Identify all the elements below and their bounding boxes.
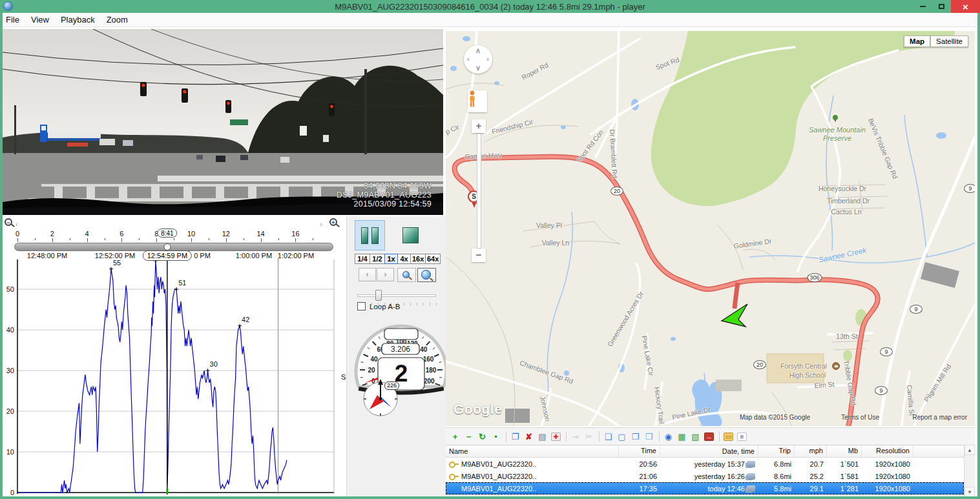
chart-zoom-slider-track[interactable] xyxy=(357,294,436,297)
menu-view[interactable]: View xyxy=(25,14,55,26)
minimize-icon xyxy=(920,6,926,7)
svg-text:200: 200 xyxy=(424,378,435,385)
map-pan-control[interactable]: ‹ › ∧ ∨ xyxy=(464,45,492,74)
player-window: M9ABV01_AUG22320150309084616_0034 (2) to… xyxy=(0,0,980,499)
map-label: Valley Ln xyxy=(542,239,569,247)
google-earth-icon[interactable]: ◉ xyxy=(662,431,674,442)
maximize-button[interactable] xyxy=(932,0,951,13)
stop-button[interactable] xyxy=(402,227,419,243)
loop-ab-checkbox[interactable] xyxy=(357,302,366,311)
column-header-resolution[interactable]: Resolution xyxy=(862,445,913,457)
pegman-control[interactable] xyxy=(468,90,487,112)
menu-playback[interactable]: Playback xyxy=(55,14,101,26)
menu-zoom[interactable]: Zoom xyxy=(101,14,134,26)
svg-text:10: 10 xyxy=(6,448,14,456)
pan-down-icon[interactable]: ∨ xyxy=(475,64,481,72)
column-header-name[interactable]: Name xyxy=(446,445,619,457)
video-segment-icon[interactable]: ↔ xyxy=(703,431,715,442)
add-icon[interactable]: + xyxy=(449,431,461,442)
map-label: Timberland Dr xyxy=(827,197,870,205)
pause-button[interactable] xyxy=(355,220,385,250)
camera-icon xyxy=(747,473,755,480)
next-file-button[interactable]: › xyxy=(377,268,394,281)
copy-icon[interactable]: ❐ xyxy=(509,431,521,442)
timeline-zoom-in-icon[interactable]: + xyxy=(329,218,337,226)
peak-label: 55 xyxy=(113,259,121,267)
map-panel[interactable]: Roper RdSpot RdSpot Rd ConDr Bramblett R… xyxy=(446,31,975,426)
more-dot-icon[interactable]: • xyxy=(490,431,502,442)
route-shield-9: 9 xyxy=(964,184,975,193)
scroll-right-arrow[interactable]: › xyxy=(320,220,322,228)
minimize-button[interactable] xyxy=(913,0,932,13)
timeline-slider-thumb[interactable] xyxy=(163,243,171,250)
speed-1x[interactable]: 1x xyxy=(384,254,398,264)
file-table: NameTimeDate, timeTripmphMbResolution M9… xyxy=(446,445,964,497)
speed-1-2[interactable]: 1/2 xyxy=(370,254,385,264)
file-table-scrollbar[interactable]: ▲ ▼ xyxy=(964,445,975,497)
add-frame-icon[interactable]: ❑ xyxy=(602,431,614,442)
folder-icon[interactable]: ▭ xyxy=(722,431,735,442)
speed-4x[interactable]: 4x xyxy=(397,254,411,264)
column-header-trip[interactable]: Trip xyxy=(758,445,795,457)
map-label: Forsyth Central xyxy=(780,362,827,370)
scroll-left-arrow[interactable]: ‹ xyxy=(16,220,18,228)
video-panel[interactable]: 34.223N 84.155W DSJ_M9ABV01_AUG223 2015/… xyxy=(3,29,443,215)
delete-icon[interactable]: ✘ xyxy=(523,431,535,442)
file-row[interactable]: M9ABV01_AUG22320.. 17:35 today 12:46 5.8… xyxy=(446,482,964,494)
column-header-mb[interactable]: Mb xyxy=(827,445,862,457)
save-icon[interactable]: ▤ xyxy=(536,431,548,442)
terms-of-use-link[interactable]: Terms of Use xyxy=(841,414,879,421)
chart-zoom-in-button[interactable] xyxy=(417,268,436,282)
speed-1-4[interactable]: 1/4 xyxy=(355,254,370,264)
school-icon xyxy=(832,362,840,370)
prev-file-button[interactable]: ‹ xyxy=(359,268,376,281)
select-frame-icon[interactable]: ▢ xyxy=(616,431,628,442)
map-import-icon[interactable]: ▧ xyxy=(689,431,702,442)
window-border-bottom xyxy=(0,496,980,499)
remove-icon[interactable]: − xyxy=(463,431,475,442)
timeline-zoom-out-icon[interactable]: − xyxy=(5,218,12,226)
timeline-panel: − ‹ › + 0246810121416 8:41 12:48:00 PM12… xyxy=(3,215,346,258)
route-shield-20: 20 xyxy=(753,360,766,369)
pan-left-icon[interactable]: ‹ xyxy=(467,55,470,63)
pegman-icon xyxy=(468,90,477,107)
column-header-date-time[interactable]: Date, time xyxy=(660,445,758,457)
map-label: 13th St xyxy=(836,332,857,340)
copy-frames-icon[interactable]: ❒ xyxy=(629,431,641,442)
svg-text:40: 40 xyxy=(370,356,378,363)
map-label: High School xyxy=(789,371,826,379)
chart-zoom-slider-thumb[interactable] xyxy=(375,290,382,301)
chart-zoom-out-button[interactable] xyxy=(397,268,416,282)
maximize-icon xyxy=(939,4,944,9)
satellite-view-button[interactable]: Satellite xyxy=(930,36,968,47)
map-export-icon[interactable]: ▦ xyxy=(676,431,688,442)
series-label: S xyxy=(341,373,346,381)
map-view-button[interactable]: Map xyxy=(904,36,930,47)
file-row[interactable]: M9ABV01_AUG22320.. 20:56 yesterday 15:37… xyxy=(446,458,964,470)
refresh-icon[interactable]: ↻ xyxy=(476,431,488,442)
log-icon[interactable]: ≡ xyxy=(736,431,748,442)
peak-label: 51 xyxy=(178,279,186,287)
map-zoom-in-button[interactable]: + xyxy=(472,119,486,133)
menu-file[interactable]: File xyxy=(0,14,25,26)
camera-icon xyxy=(747,485,755,492)
speed-chart[interactable]: 010203040505557513042S xyxy=(3,258,346,496)
map-zoom-slider[interactable] xyxy=(477,133,481,249)
ruler-number: 12 xyxy=(222,230,230,238)
column-header-mph[interactable]: mph xyxy=(795,445,827,457)
gps-coordinates: 34.223N 84.155W xyxy=(337,181,432,190)
column-header-time[interactable]: Time xyxy=(619,445,660,457)
pan-up-icon[interactable]: ∧ xyxy=(475,46,481,55)
map-zoom-out-button[interactable]: − xyxy=(472,249,486,262)
speed-16x[interactable]: 16x xyxy=(410,254,426,264)
file-row[interactable]: M9ABV01_AUG22320.. 21:06 yesterday 16:26… xyxy=(446,470,964,482)
speed-64x[interactable]: 64x xyxy=(425,254,441,264)
scrollbar-down-arrow[interactable]: ▼ xyxy=(964,487,975,497)
snapshot-icon[interactable]: ✚ xyxy=(550,431,562,442)
report-map-error-link[interactable]: Report a map error xyxy=(913,414,967,421)
copy-frames-alt-icon[interactable]: ❒ xyxy=(643,431,655,442)
pan-right-icon[interactable]: › xyxy=(486,55,489,63)
close-button[interactable]: × xyxy=(951,0,980,13)
google-logo: Google xyxy=(454,402,502,417)
scrollbar-up-arrow[interactable]: ▲ xyxy=(964,445,975,455)
